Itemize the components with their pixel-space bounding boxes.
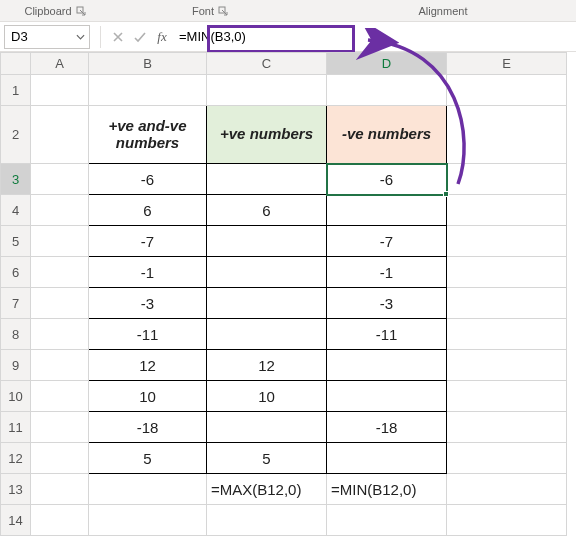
cell[interactable] [207, 75, 327, 106]
cancel-button[interactable] [107, 26, 129, 48]
cell[interactable]: -6 [89, 164, 207, 195]
fill-handle[interactable] [443, 191, 449, 197]
cell[interactable] [31, 195, 89, 226]
cell[interactable] [447, 75, 567, 106]
cell[interactable]: -3 [327, 288, 447, 319]
cell[interactable] [31, 257, 89, 288]
cell[interactable]: -1 [89, 257, 207, 288]
cell[interactable] [207, 319, 327, 350]
row-header-10[interactable]: 10 [1, 381, 31, 412]
col-header-D[interactable]: D [327, 53, 447, 75]
row-header-8[interactable]: 8 [1, 319, 31, 350]
cell[interactable]: -18 [89, 412, 207, 443]
cell[interactable] [207, 412, 327, 443]
cell[interactable] [447, 319, 567, 350]
row-header-2[interactable]: 2 [1, 106, 31, 164]
cell[interactable]: -11 [327, 319, 447, 350]
cell[interactable] [447, 226, 567, 257]
enter-button[interactable] [129, 26, 151, 48]
col-header-C[interactable]: C [207, 53, 327, 75]
cell[interactable] [327, 195, 447, 226]
fx-icon[interactable]: fx [151, 29, 173, 45]
cell[interactable] [447, 505, 567, 536]
row-header-5[interactable]: 5 [1, 226, 31, 257]
cell[interactable] [207, 288, 327, 319]
cell[interactable] [447, 257, 567, 288]
cell[interactable] [327, 75, 447, 106]
cell[interactable] [31, 350, 89, 381]
cell[interactable]: -3 [89, 288, 207, 319]
cell[interactable] [447, 106, 567, 164]
cell[interactable] [89, 505, 207, 536]
cell[interactable] [447, 350, 567, 381]
row-header-12[interactable]: 12 [1, 443, 31, 474]
cell[interactable] [207, 257, 327, 288]
cell[interactable] [31, 75, 89, 106]
cell-selected[interactable]: -6 [327, 164, 447, 195]
cell[interactable] [447, 412, 567, 443]
cell[interactable] [31, 319, 89, 350]
cell[interactable] [447, 474, 567, 505]
cell[interactable] [207, 505, 327, 536]
cell[interactable] [327, 505, 447, 536]
cell[interactable] [327, 350, 447, 381]
chevron-down-icon[interactable] [76, 29, 85, 44]
row-header-3[interactable]: 3 [1, 164, 31, 195]
col-header-A[interactable]: A [31, 53, 89, 75]
col-header-B[interactable]: B [89, 53, 207, 75]
cell[interactable] [89, 474, 207, 505]
cell[interactable]: +ve numbers [207, 106, 327, 164]
cell[interactable] [31, 164, 89, 195]
cell[interactable] [447, 195, 567, 226]
cell[interactable]: -11 [89, 319, 207, 350]
row-header-4[interactable]: 4 [1, 195, 31, 226]
row-header-6[interactable]: 6 [1, 257, 31, 288]
cell[interactable]: -7 [89, 226, 207, 257]
cell[interactable] [447, 443, 567, 474]
cell[interactable]: -ve numbers [327, 106, 447, 164]
cell[interactable] [31, 381, 89, 412]
cell[interactable]: =MAX(B12,0) [207, 474, 327, 505]
cell[interactable]: 5 [207, 443, 327, 474]
dialog-launcher-icon[interactable] [218, 6, 228, 16]
cell[interactable] [89, 75, 207, 106]
cell[interactable]: -18 [327, 412, 447, 443]
cell[interactable]: 6 [89, 195, 207, 226]
cell[interactable] [447, 381, 567, 412]
cell[interactable]: -1 [327, 257, 447, 288]
cell[interactable] [327, 443, 447, 474]
cell[interactable] [207, 164, 327, 195]
cell[interactable] [31, 505, 89, 536]
cell[interactable] [327, 381, 447, 412]
cell[interactable]: 5 [89, 443, 207, 474]
row-header-9[interactable]: 9 [1, 350, 31, 381]
cell[interactable] [31, 412, 89, 443]
cell[interactable] [31, 226, 89, 257]
cell[interactable]: 10 [207, 381, 327, 412]
row-header-7[interactable]: 7 [1, 288, 31, 319]
cell[interactable] [31, 288, 89, 319]
cell[interactable] [31, 106, 89, 164]
cell[interactable] [31, 474, 89, 505]
row-header-11[interactable]: 11 [1, 412, 31, 443]
cell[interactable]: +ve and-ve numbers [89, 106, 207, 164]
cell[interactable]: -7 [327, 226, 447, 257]
cell[interactable] [447, 288, 567, 319]
row-header-14[interactable]: 14 [1, 505, 31, 536]
dialog-launcher-icon[interactable] [76, 6, 86, 16]
col-header-E[interactable]: E [447, 53, 567, 75]
spreadsheet-grid[interactable]: A B C D E 1 2 +ve and-ve numbers +ve num… [0, 52, 567, 536]
row-header-1[interactable]: 1 [1, 75, 31, 106]
cell[interactable]: 12 [207, 350, 327, 381]
cell[interactable] [447, 164, 567, 195]
cell[interactable] [207, 226, 327, 257]
select-all-corner[interactable] [1, 53, 31, 75]
cell[interactable] [31, 443, 89, 474]
cell[interactable]: 12 [89, 350, 207, 381]
name-box[interactable]: D3 [4, 25, 90, 49]
formula-input[interactable] [173, 26, 576, 48]
cell[interactable]: 10 [89, 381, 207, 412]
row-header-13[interactable]: 13 [1, 474, 31, 505]
cell[interactable]: 6 [207, 195, 327, 226]
cell[interactable]: =MIN(B12,0) [327, 474, 447, 505]
